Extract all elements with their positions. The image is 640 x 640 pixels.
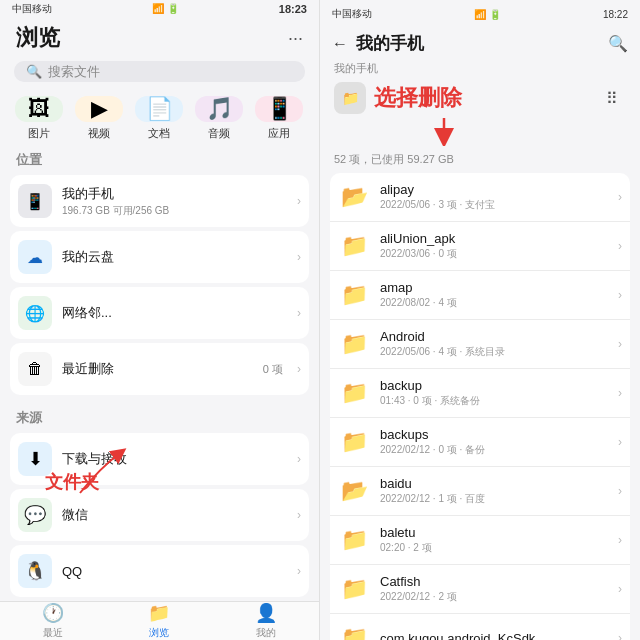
time-left: 18:23 <box>279 3 307 15</box>
search-bar[interactable]: 🔍 搜索文件 <box>14 61 305 82</box>
network-name: 网络邻... <box>62 304 287 322</box>
file-item-kugou[interactable]: 📁 com.kugou.android_KcSdk › <box>330 614 630 640</box>
nav-recent[interactable]: 🕐 最近 <box>0 602 106 640</box>
back-button[interactable]: ← <box>332 35 348 53</box>
folder-icon-backup: 📁 <box>338 377 370 409</box>
search-placeholder: 搜索文件 <box>48 63 100 81</box>
page-header-left: 浏览 ··· <box>0 17 319 61</box>
download-name: 下载与接收 <box>62 450 287 468</box>
phone-arrow: › <box>297 194 301 208</box>
file-item-baidu[interactable]: 📂 baidu 2022/02/12 · 1 项 · 百度 › <box>330 467 630 516</box>
wechat-icon: 💬 <box>18 498 52 532</box>
location-item-recent[interactable]: 🗑 最近删除 0 项 › <box>10 343 309 395</box>
quick-item-doc[interactable]: 📄 文档 <box>134 96 184 137</box>
source-list: ⬇ 下载与接收 › 💬 微信 › 🐧 QQ › <box>0 433 319 601</box>
search-button-right[interactable]: 🔍 <box>608 34 628 53</box>
file-item-alipay[interactable]: 📂 alipay 2022/05/06 · 3 项 · 支付宝 › <box>330 173 630 222</box>
nav-browse[interactable]: 📁 浏览 <box>106 602 212 640</box>
folder-icon-baletu: 📁 <box>338 524 370 556</box>
file-info-backups: backups 2022/02/12 · 0 项 · 备份 <box>380 427 608 457</box>
filename-amap: amap <box>380 280 608 295</box>
folder-icon-amap: 📁 <box>338 279 370 311</box>
file-arrow-catfish: › <box>618 582 622 596</box>
file-item-amap[interactable]: 📁 amap 2022/08/02 · 4 项 › <box>330 271 630 320</box>
source-item-qq[interactable]: 🐧 QQ › <box>10 545 309 597</box>
bottom-nav: 🕐 最近 📁 浏览 👤 我的 <box>0 601 319 640</box>
phone-name: 我的手机 <box>62 185 287 203</box>
status-bar-right: 中国移动 📶 🔋 18:22 <box>320 0 640 28</box>
download-icon: ⬇ <box>18 442 52 476</box>
file-item-backup[interactable]: 📁 backup 01:43 · 0 项 · 系统备份 › <box>330 369 630 418</box>
locations-title: 位置 <box>0 147 319 175</box>
source-item-download[interactable]: ⬇ 下载与接收 › <box>10 433 309 485</box>
browse-nav-icon: 📁 <box>148 602 170 624</box>
quick-label-audio: 音频 <box>208 126 230 141</box>
cloud-name: 我的云盘 <box>62 248 287 266</box>
file-info-baidu: baidu 2022/02/12 · 1 项 · 百度 <box>380 476 608 506</box>
trash-icon: 🗑 <box>18 352 52 386</box>
file-info-android: Android 2022/05/06 · 4 项 · 系统目录 <box>380 329 608 359</box>
right-panel-title: 我的手机 <box>356 32 600 55</box>
recent-name: 最近删除 <box>62 360 253 378</box>
filename-baletu: baletu <box>380 525 608 540</box>
file-arrow-aliunion: › <box>618 239 622 253</box>
location-info-cloud: 我的云盘 <box>62 248 287 266</box>
quick-item-app[interactable]: 📱 应用 <box>254 96 304 137</box>
file-arrow-baletu: › <box>618 533 622 547</box>
carrier-left: 中国移动 <box>12 2 52 16</box>
folder-icon-android: 📁 <box>338 328 370 360</box>
wechat-name: 微信 <box>62 506 287 524</box>
grid-view-button[interactable]: ⠿ <box>598 84 626 112</box>
nav-recent-label: 最近 <box>43 626 63 640</box>
filemeta-amap: 2022/08/02 · 4 项 <box>380 296 608 310</box>
folder-icon-backups: 📁 <box>338 426 370 458</box>
doc-icon: 📄 <box>135 96 183 122</box>
wechat-arrow: › <box>297 508 301 522</box>
status-bar-left: 中国移动 📶 🔋 18:23 <box>0 0 319 17</box>
quick-item-audio[interactable]: 🎵 音频 <box>194 96 244 137</box>
location-item-network[interactable]: 🌐 网络邻... › <box>10 287 309 339</box>
quick-label-doc: 文档 <box>148 126 170 141</box>
filemeta-backup: 01:43 · 0 项 · 系统备份 <box>380 394 608 408</box>
audio-icon: 🎵 <box>195 96 243 122</box>
arrow-container <box>320 116 640 150</box>
file-info-catfish: Catfish 2022/02/12 · 2 项 <box>380 574 608 604</box>
time-right: 18:22 <box>603 9 628 20</box>
nav-profile[interactable]: 👤 我的 <box>213 602 319 640</box>
page-title-left: 浏览 <box>16 23 60 53</box>
file-item-android[interactable]: 📁 Android 2022/05/06 · 4 项 · 系统目录 › <box>330 320 630 369</box>
file-info-kugou: com.kugou.android_KcSdk <box>380 631 608 641</box>
profile-nav-icon: 👤 <box>255 602 277 624</box>
nav-browse-label: 浏览 <box>149 626 169 640</box>
filemeta-alipay: 2022/05/06 · 3 项 · 支付宝 <box>380 198 608 212</box>
search-icon-left: 🔍 <box>26 64 42 79</box>
file-arrow-alipay: › <box>618 190 622 204</box>
breadcrumb: 我的手机 <box>320 61 640 78</box>
file-item-baletu[interactable]: 📁 baletu 02:20 · 2 项 › <box>330 516 630 565</box>
download-arrow: › <box>297 452 301 466</box>
quick-item-video[interactable]: ▶ 视频 <box>74 96 124 137</box>
location-item-cloud[interactable]: ☁ 我的云盘 › <box>10 231 309 283</box>
location-info-recent: 最近删除 <box>62 360 253 378</box>
file-item-aliunion[interactable]: 📁 aliUnion_apk 2022/03/06 · 0 项 › <box>330 222 630 271</box>
file-arrow-kugou: › <box>618 631 622 640</box>
location-item-phone[interactable]: 📱 我的手机 196.73 GB 可用/256 GB › <box>10 175 309 227</box>
file-item-backups[interactable]: 📁 backups 2022/02/12 · 0 项 · 备份 › <box>330 418 630 467</box>
source-item-wechat[interactable]: 💬 微信 › <box>10 489 309 541</box>
menu-button[interactable]: ··· <box>288 28 303 49</box>
location-info-phone: 我的手机 196.73 GB 可用/256 GB <box>62 185 287 218</box>
quick-item-image[interactable]: 🖼 图片 <box>14 96 64 137</box>
filemeta-android: 2022/05/06 · 4 项 · 系统目录 <box>380 345 608 359</box>
filename-aliunion: aliUnion_apk <box>380 231 608 246</box>
folder-icon-catfish: 📁 <box>338 573 370 605</box>
file-item-catfish[interactable]: 📁 Catfish 2022/02/12 · 2 项 › <box>330 565 630 614</box>
add-folder-button[interactable]: 📁 <box>334 82 366 114</box>
filemeta-baidu: 2022/02/12 · 1 项 · 百度 <box>380 492 608 506</box>
quick-label-app: 应用 <box>268 126 290 141</box>
video-icon: ▶ <box>75 96 123 122</box>
qq-name: QQ <box>62 564 287 579</box>
filemeta-aliunion: 2022/03/06 · 0 项 <box>380 247 608 261</box>
file-count: 52 项，已使用 59.27 GB <box>320 150 640 173</box>
file-info-backup: backup 01:43 · 0 项 · 系统备份 <box>380 378 608 408</box>
recent-detail: 0 项 <box>263 362 283 377</box>
